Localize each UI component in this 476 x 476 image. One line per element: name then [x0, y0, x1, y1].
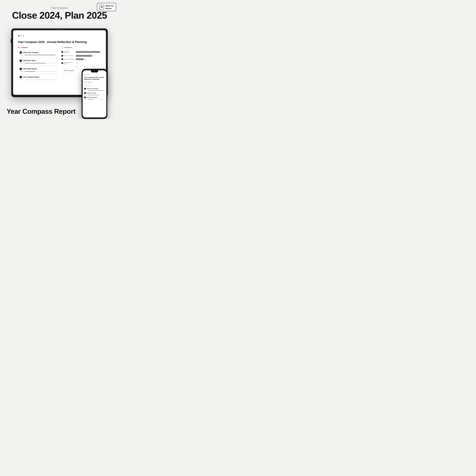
progress-header: 🕐 Progress — [62, 46, 101, 48]
phone-sparkle-3: ✦ — [88, 74, 89, 75]
phone-chapter-2-num: 2 — [84, 92, 86, 94]
reset-progress-button[interactable]: Reset Progress — [62, 69, 77, 72]
phone-search-box[interactable]: 🔍 Search — [84, 84, 105, 87]
phone-camera — [94, 71, 95, 72]
phone-search-text: Search — [87, 85, 91, 86]
chapter-2-title: 2 THE PAST YEAR — [20, 60, 55, 62]
axis-30: 30% — [84, 66, 93, 67]
chapter-card-3[interactable]: 3 THE YEAR AHEAD 33.3% — [18, 66, 57, 73]
phone-screen: ✦ ✦ ✦ Year Compass 2025 : Annual Reflect… — [83, 70, 106, 118]
sparkle-icon-2: ✦ — [21, 34, 22, 36]
chart-label-4: 4 Year Compass Report — [62, 62, 75, 64]
clock-icon: 🕐 — [62, 46, 64, 48]
tablet-side-button — [11, 39, 11, 43]
chart-axis: 0% 30% 60% — [62, 66, 101, 67]
notion-badge-text: Made for Notion — [105, 4, 114, 10]
phone-outer: ✦ ✦ ✦ Year Compass 2025 : Annual Reflect… — [82, 69, 107, 119]
phone-sparkle-2: ✦ — [87, 73, 88, 75]
chapter-4-num: 4 — [20, 76, 22, 78]
chapter-card-2[interactable]: 2 THE PAST YEAR 66.6% — [18, 58, 57, 65]
notion-badge: N Made for Notion — [97, 3, 116, 11]
bar-chart: 1 About Year Compass 2 THE PAST YEAR — [62, 50, 101, 67]
chart-bar-3 — [76, 58, 84, 60]
chapters-column: 🔖 Chapters 1 About Year Compass 100% — [18, 46, 57, 83]
axis-60: 60% — [93, 66, 101, 67]
chapter-3-progress: 33.3% — [20, 71, 55, 72]
hero-title: Close 2024, Plan 2025 — [0, 10, 119, 20]
bookmark-icon: 🔖 — [18, 46, 20, 48]
tablet-notch — [55, 29, 64, 30]
phone-title: Year Compass 2025 : Annual Reflection & … — [84, 76, 105, 80]
phone-chapter-3[interactable]: 3 THE YEAR AHEAD 33.3% — [84, 97, 105, 100]
chapter-4-progress: 0% — [20, 79, 55, 80]
chart-bar-1 — [76, 51, 100, 53]
tablet-main-title: Year Compass 2025 : Annual Reflection & … — [18, 40, 101, 44]
phone-mockup: ✦ ✦ ✦ Year Compass 2025 : Annual Reflect… — [82, 69, 107, 119]
phone-chevron-icon: ▾ — [92, 82, 93, 83]
chart-bar-2 — [76, 55, 92, 57]
sparkle-group: ✦ ✦ ✦ — [18, 34, 101, 38]
sparkle-icon-3: ✦ — [23, 35, 24, 37]
chapter-1-num: 1 — [20, 51, 22, 53]
chapter-card-4[interactable]: 4 Year Compass Report 0% — [18, 75, 57, 82]
phone-search-icon: 🔍 — [85, 85, 87, 86]
chapter-3-num: 3 — [20, 68, 22, 70]
chapter-3-title: 3 THE YEAR AHEAD — [20, 68, 55, 70]
phone-chapter-1[interactable]: 1 About Year Compass 100% — [84, 88, 105, 91]
chart-label-1: 1 About Year Compass — [62, 51, 75, 53]
chapter-1-title: 1 About Year Compass — [20, 51, 55, 53]
notion-logo-icon: N — [99, 5, 104, 10]
axis-0: 0% — [76, 66, 84, 67]
phone-sparkle-1: ✦ — [84, 73, 86, 75]
chart-num-2: 2 — [62, 55, 63, 57]
chart-num-3: 3 — [62, 58, 63, 60]
chart-label-2: 2 THE PAST YEAR — [62, 55, 75, 57]
chart-label-3: 3 THE YEAR AHEAD — [62, 58, 75, 60]
phone-bookmark-icon: 🔖 — [84, 82, 86, 83]
chapter-4-title: 4 Year Compass Report — [20, 76, 55, 78]
chapter-2-num: 2 — [20, 60, 22, 62]
chapter-card-1[interactable]: 1 About Year Compass 100% — [18, 50, 57, 57]
bottom-text-area: Year Compass Report — [7, 108, 75, 115]
chart-row-1: 1 About Year Compass — [62, 51, 101, 53]
chapter-1-progress: 100% — [20, 54, 55, 56]
sparkle-icon-1: ✦ — [18, 34, 20, 38]
phone-notch — [91, 70, 98, 72]
phone-chapter-3-num: 3 — [84, 97, 86, 98]
chapters-header: 🔖 Chapters — [18, 46, 57, 48]
year-compass-report-title: Year Compass Report — [7, 108, 75, 115]
chart-row-3: 3 THE YEAR AHEAD 33% — [62, 58, 101, 60]
chart-row-4: 4 Year Compass Report 0% — [62, 62, 101, 64]
chart-num-1: 1 — [62, 51, 63, 53]
phone-chapter-1-num: 1 — [84, 88, 86, 89]
chapter-2-progress: 66.6% — [20, 62, 55, 64]
phone-chapter-2[interactable]: 2 THE PAST YEAR 66.6% — [84, 92, 105, 96]
chart-row-2: 2 THE PAST YEAR 67% — [62, 55, 101, 57]
phone-sparkle-group: ✦ ✦ ✦ — [84, 73, 105, 75]
chart-num-4: 4 — [62, 62, 63, 64]
phone-chapters-label: 🔖 Chapters ▾ — [84, 82, 105, 83]
